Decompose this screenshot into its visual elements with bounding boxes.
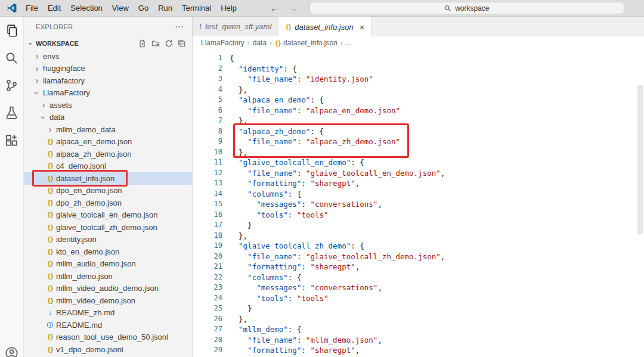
tree-item-label: mllm_demo_data (56, 125, 116, 134)
tree-item[interactable]: ↓README_zh.md (24, 307, 192, 319)
code-text: "formatting": "sharegpt", (230, 345, 360, 356)
tree-item[interactable]: ›huggingface (24, 63, 192, 75)
menu-run[interactable]: Run (153, 2, 177, 14)
title-bar: FileEditSelectionViewGoRunTerminalHelp ←… (0, 0, 644, 17)
tree-item[interactable]: {}alpaca_en_demo.json (24, 136, 192, 148)
tree-item[interactable]: {}glaive_toolcall_en_demo.json (24, 209, 192, 222)
tree-item[interactable]: {}dataset_info.json (24, 172, 192, 185)
line-number: 26 (193, 314, 222, 325)
search-icon (444, 5, 451, 12)
tree-item[interactable]: {}mllm_video_demo.json (24, 294, 192, 307)
back-arrow-icon[interactable]: ← (270, 3, 279, 13)
menu-file[interactable]: File (21, 2, 43, 14)
source-control-icon[interactable] (0, 72, 24, 99)
tree-item[interactable]: {}mllm_demo.json (24, 270, 192, 283)
breadcrumb-item[interactable]: {}dataset_info.json (275, 39, 338, 47)
tree-item-label: dataset_info.json (56, 174, 114, 183)
new-file-icon[interactable] (138, 39, 147, 48)
menu-edit[interactable]: Edit (43, 2, 66, 14)
line-number: 5 (193, 95, 222, 105)
tree-item[interactable]: ›assets (24, 99, 192, 111)
explorer-title: EXPLORER (36, 23, 73, 30)
tree-item-label: glaive_toolcall_zh_demo.json (56, 223, 157, 232)
new-folder-icon[interactable] (151, 39, 160, 48)
tree-item-label: README_zh.md (56, 308, 114, 317)
code-text: "glaive_toolcall_en_demo": { (230, 157, 364, 168)
code-line: 23 "messages": "conversations", (193, 283, 644, 293)
code-line: 28 "file_name": "mllm_demo.json", (193, 335, 644, 346)
tree-item[interactable]: {}mllm_audio_demo.json (24, 258, 192, 271)
explorer-icon[interactable] (0, 17, 24, 44)
menu-terminal[interactable]: Terminal (177, 2, 216, 14)
code-text: "mllm_demo": { (230, 324, 301, 335)
tree-item[interactable]: {}kto_en_demo.json (24, 246, 192, 258)
chevron-down-icon: › (26, 39, 35, 48)
code-line: 9 "file_name": "alpaca_zh_demo.json" (193, 136, 644, 147)
run-debug-icon[interactable] (0, 99, 24, 126)
menu-view[interactable]: View (107, 2, 134, 14)
breadcrumb-item[interactable]: data (253, 39, 267, 47)
tree-item[interactable]: {}glaive_toolcall_zh_demo.json (24, 221, 192, 234)
more-actions-icon[interactable]: ⋯ (175, 21, 184, 32)
code-line: 7 }, (193, 116, 644, 126)
tree-item[interactable]: {}alpaca_zh_demo.json (24, 148, 192, 160)
search-value: workspace (455, 4, 489, 13)
code-line: 8 "alpaca_zh_demo": { (193, 126, 644, 137)
tree-item[interactable]: ›llamafactory (24, 74, 192, 87)
refresh-icon[interactable] (164, 39, 173, 48)
breadcrumb-separator: › (247, 39, 250, 47)
tree-item-label: alpaca_zh_demo.json (56, 150, 131, 159)
json-file-icon: {} (47, 224, 54, 231)
extensions-icon[interactable] (0, 126, 24, 154)
tab-dataset_info.json[interactable]: {}dataset_info.json× (278, 17, 371, 37)
json-file-icon: {} (47, 187, 54, 194)
tree-item[interactable]: {}dpo_zh_demo.json (24, 197, 192, 209)
json-file-icon: {} (47, 236, 54, 243)
workspace-section-header[interactable]: › WORKSPACE (24, 37, 192, 50)
tree-item[interactable]: ›envs (24, 50, 192, 63)
tree-item[interactable]: {}v1_dpo_demo.jsonl (24, 343, 192, 356)
tree-item[interactable]: ›LlamaFactory (24, 87, 192, 100)
json-file-icon: {} (47, 175, 54, 182)
command-center-search[interactable]: workspace (309, 2, 624, 14)
code-text: "file_name": "alpaca_zh_demo.json" (230, 136, 400, 147)
code-text: "columns": { (230, 272, 301, 283)
menu-go[interactable]: Go (134, 2, 153, 14)
breadcrumb-label: data (253, 39, 267, 47)
code-area[interactable]: 1{2 "identity": {3 "file_name": "identit… (193, 49, 644, 357)
search-icon[interactable] (0, 44, 24, 72)
forward-arrow-icon[interactable]: → (289, 3, 298, 13)
line-number: 20 (193, 252, 222, 262)
close-icon[interactable]: × (360, 22, 365, 32)
tree-item[interactable]: {}c4_demo.jsonl (24, 160, 192, 173)
breadcrumb-item[interactable]: ... (346, 39, 352, 47)
editor-scrollbar[interactable] (637, 85, 643, 234)
tree-item-label: dpo_en_demo.json (56, 186, 122, 195)
line-number: 13 (193, 178, 222, 189)
code-text: }, (230, 147, 247, 158)
menu-help[interactable]: Help (216, 2, 242, 14)
line-number: 7 (193, 116, 222, 126)
collapse-all-icon[interactable] (177, 39, 186, 48)
tab-test_qwen_sft.yaml[interactable]: !test_qwen_sft.yaml (193, 17, 278, 36)
code-line: 6 "file_name": "alpaca_en_demo.json" (193, 105, 644, 116)
tree-item[interactable]: {}identity.json (24, 234, 192, 246)
accounts-icon[interactable] (0, 339, 24, 357)
tree-item-label: dpo_zh_demo.json (56, 198, 122, 207)
line-number: 6 (193, 105, 222, 116)
tree-item[interactable]: README.md (24, 319, 192, 331)
menu-selection[interactable]: Selection (66, 2, 107, 14)
tree-item[interactable]: {}dpo_en_demo.json (24, 185, 192, 197)
chevron-right-icon: › (33, 76, 41, 85)
code-line: 25 } (193, 303, 644, 314)
breadcrumb-item[interactable]: LlamaFactory (201, 39, 244, 47)
editor-group: !test_qwen_sft.yaml{}dataset_info.json× … (193, 17, 644, 357)
tree-item[interactable]: ›data (24, 111, 192, 124)
code-line: 18 }, (193, 231, 644, 241)
tree-item[interactable]: ›mllm_demo_data (24, 123, 192, 136)
tree-item[interactable]: {}reason_tool_use_demo_50.jsonl (24, 331, 192, 344)
tree-item[interactable]: {}mllm_video_audio_demo.json (24, 283, 192, 295)
code-text: "file_name": "glaive_toolcall_en_demo.js… (230, 168, 445, 179)
code-text: "alpaca_en_demo": { (230, 95, 324, 105)
tree-item-label: v1_dpo_demo.jsonl (56, 345, 123, 354)
